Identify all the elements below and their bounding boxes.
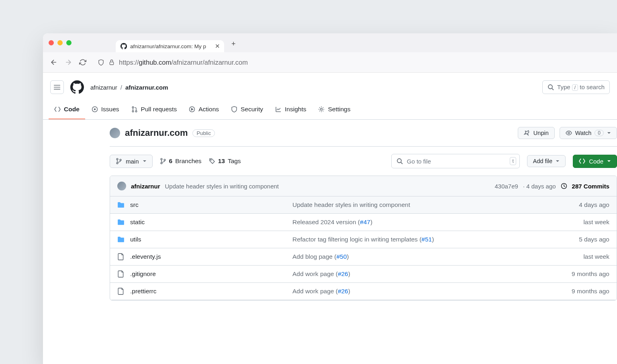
hamburger-icon xyxy=(53,84,61,91)
file-row[interactable]: .gitignoreAdd work page (#26)9 months ag… xyxy=(110,266,617,283)
address-bar: https://github.com/afnizarnur/afnizarnur… xyxy=(43,52,617,73)
chevron-down-icon xyxy=(607,159,611,163)
tab-label: Code xyxy=(64,106,80,113)
close-tab-icon[interactable]: ✕ xyxy=(215,43,220,50)
svg-point-11 xyxy=(116,162,118,164)
back-icon[interactable] xyxy=(49,58,58,67)
commit-avatar xyxy=(117,182,126,190)
search-button[interactable]: Type / to search xyxy=(542,80,610,94)
svg-point-12 xyxy=(120,159,121,161)
code-button[interactable]: Code xyxy=(573,155,617,168)
breadcrumb-separator: / xyxy=(121,84,122,91)
file-icon xyxy=(117,270,125,278)
graph-icon xyxy=(275,106,282,112)
file-icon xyxy=(117,253,125,260)
branches-link[interactable]: 6 Branches xyxy=(160,157,202,165)
file-commit-message[interactable]: Update header styles in writing componen… xyxy=(292,201,552,209)
add-file-button[interactable]: Add file xyxy=(527,155,566,167)
minimize-window-icon[interactable] xyxy=(57,40,63,45)
svg-point-15 xyxy=(164,159,165,161)
latest-commit-row[interactable]: afnizarnur Update header styles in writi… xyxy=(110,176,617,196)
tab-settings[interactable]: Settings xyxy=(313,102,356,119)
svg-point-3 xyxy=(94,109,95,110)
file-row[interactable]: staticReleased 2024 version (#47)last we… xyxy=(110,214,617,231)
reload-icon[interactable] xyxy=(78,58,87,67)
url-text: https://github.com/afnizarnur/afnizarnur… xyxy=(119,59,248,66)
git-branch-icon xyxy=(160,158,166,164)
url-field[interactable]: https://github.com/afnizarnur/afnizarnur… xyxy=(93,55,611,70)
tab-label: Security xyxy=(241,106,263,113)
commit-message[interactable]: Update header styles in writing componen… xyxy=(165,183,279,190)
owner-link[interactable]: afnizarnur xyxy=(90,84,117,91)
file-name[interactable]: static xyxy=(130,219,287,226)
hamburger-menu-button[interactable] xyxy=(50,80,64,94)
file-icon xyxy=(117,288,125,295)
file-name[interactable]: .gitignore xyxy=(130,270,287,278)
maximize-window-icon[interactable] xyxy=(66,40,72,45)
file-name[interactable]: .eleventy.js xyxy=(130,253,287,260)
toolbar-row: main 6 Branches 13 Tags Go to file t Add… xyxy=(110,154,617,168)
repo-avatar[interactable] xyxy=(110,128,120,138)
file-row[interactable]: utilsRefactor tag filtering logic in wri… xyxy=(110,231,617,248)
folder-icon xyxy=(117,219,125,226)
pr-link[interactable]: #50 xyxy=(336,253,347,260)
new-tab-button[interactable]: + xyxy=(227,38,240,52)
file-commit-message[interactable]: Refactor tag filtering logic in writing … xyxy=(292,236,552,243)
branch-selector[interactable]: main xyxy=(110,155,153,168)
file-ago: 4 days ago xyxy=(557,201,609,209)
file-commit-message[interactable]: Add work page (#26) xyxy=(292,270,552,278)
pr-link[interactable]: #26 xyxy=(338,270,348,277)
commits-link[interactable]: 287 Commits xyxy=(572,183,609,190)
file-commit-message[interactable]: Add work page (#26) xyxy=(292,288,552,295)
forward-icon[interactable] xyxy=(64,58,73,67)
svg-point-14 xyxy=(161,162,162,164)
svg-point-13 xyxy=(161,158,162,160)
tab-insights[interactable]: Insights xyxy=(270,102,312,119)
placeholder-text: Go to file xyxy=(407,158,431,165)
folder-icon xyxy=(117,201,125,209)
tab-security[interactable]: Security xyxy=(225,102,269,119)
pin-icon xyxy=(524,130,530,136)
close-window-icon[interactable] xyxy=(49,40,54,45)
file-name[interactable]: .prettierrc xyxy=(130,288,287,295)
file-row[interactable]: .eleventy.jsAdd blog page (#50)last week xyxy=(110,248,617,266)
tab-code[interactable]: Code xyxy=(49,102,85,119)
search-prompt: Type / to search xyxy=(557,84,605,91)
pr-link[interactable]: #26 xyxy=(338,288,348,294)
shield-icon xyxy=(98,59,104,66)
tags-link[interactable]: 13 Tags xyxy=(209,157,241,165)
file-name[interactable]: src xyxy=(130,201,287,209)
commit-sha[interactable]: 430a7e9 xyxy=(494,183,518,190)
file-commit-message[interactable]: Released 2024 version (#47) xyxy=(292,219,552,226)
file-row[interactable]: .prettierrcAdd work page (#26)9 months a… xyxy=(110,283,617,300)
gear-icon xyxy=(318,106,325,112)
commit-author[interactable]: afnizarnur xyxy=(131,183,160,190)
svg-point-6 xyxy=(135,110,137,112)
browser-tab[interactable]: afnizarnur/afnizarnur.com: My p ✕ xyxy=(116,40,224,52)
tab-actions[interactable]: Actions xyxy=(183,102,225,119)
file-search-input[interactable]: Go to file t xyxy=(391,154,520,168)
watch-button[interactable]: Watch 0 xyxy=(560,127,617,139)
unpin-button[interactable]: Unpin xyxy=(518,127,555,139)
file-row[interactable]: srcUpdate header styles in writing compo… xyxy=(110,196,617,214)
svg-point-9 xyxy=(568,132,570,134)
repo-link[interactable]: afnizarnur.com xyxy=(125,84,168,91)
repo-title: afnizarnur.com xyxy=(125,128,188,138)
search-icon xyxy=(548,84,554,90)
tab-pulls[interactable]: Pull requests xyxy=(126,102,183,119)
pull-request-icon xyxy=(131,106,138,112)
tab-label: Settings xyxy=(328,106,350,113)
history-icon xyxy=(561,183,567,189)
svg-point-8 xyxy=(321,108,323,110)
pr-link[interactable]: #47 xyxy=(360,219,370,225)
file-name[interactable]: utils xyxy=(130,236,287,243)
file-commit-message[interactable]: Add blog page (#50) xyxy=(292,253,552,260)
pr-link[interactable]: #51 xyxy=(421,236,432,243)
github-logo-icon[interactable] xyxy=(70,80,84,94)
svg-point-4 xyxy=(132,106,134,108)
tab-issues[interactable]: Issues xyxy=(86,102,125,119)
tab-title: afnizarnur/afnizarnur.com: My p xyxy=(130,43,206,49)
file-ago: 5 days ago xyxy=(557,236,609,243)
svg-point-5 xyxy=(132,110,134,112)
window-controls xyxy=(49,40,72,45)
